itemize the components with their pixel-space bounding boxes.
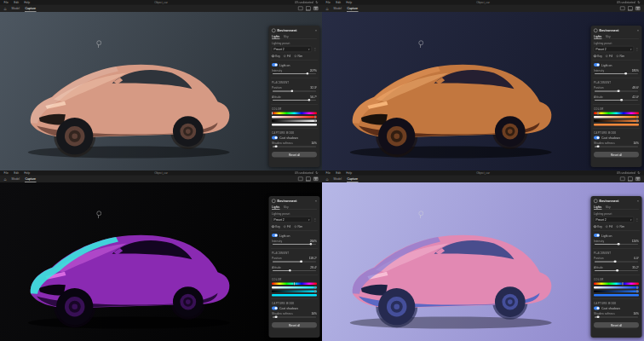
radio-fill[interactable]: Fill [606,55,612,58]
light-on-toggle[interactable] [272,63,278,66]
sync-icon[interactable]: ↻ [315,1,318,5]
altitude-slider[interactable] [273,269,316,273]
hue-slider[interactable] [594,282,639,285]
close-icon[interactable]: × [637,29,639,33]
radio-key[interactable]: Key [594,225,602,228]
home-icon[interactable]: ⌂ [326,176,329,182]
tab-sky[interactable]: Sky [606,35,611,39]
home-icon[interactable]: ⌂ [4,176,7,182]
close-icon[interactable]: × [315,29,317,33]
preset-menu-button[interactable]: ⋮ [635,217,640,222]
tab-capture[interactable]: Capture [25,5,36,11]
grid-view-icon[interactable] [313,7,319,11]
car-model[interactable] [329,195,589,339]
menu-file[interactable]: File [4,171,9,175]
preset-select[interactable]: Preset 2 ▾ [272,46,312,52]
home-icon[interactable]: ⌂ [4,6,7,11]
tab-model[interactable]: Model [11,176,20,182]
saturation-slider[interactable] [594,286,639,289]
shadow-softness-slider[interactable] [273,145,316,148]
viewport-3d[interactable]: Environment × Lights Sky Lighting preset… [322,12,644,170]
tab-sky[interactable]: Sky [606,205,611,210]
screenshot-icon[interactable] [298,7,303,11]
position-slider[interactable] [273,90,316,93]
intensity-slider[interactable] [273,72,316,76]
saturation-slider[interactable] [272,116,317,118]
sync-icon[interactable]: ↻ [315,171,318,176]
preset-select[interactable]: Preset 2 ▾ [594,46,634,52]
radio-fill[interactable]: Fill [284,55,290,58]
sync-icon[interactable]: ↻ [637,1,640,5]
viewport-3d[interactable]: Environment × Lights Sky Lighting preset… [322,182,644,341]
hue-slider[interactable] [272,112,317,114]
light-on-toggle[interactable] [594,234,600,237]
viewport-3d[interactable]: Environment × Lights Sky Lighting preset… [0,12,322,170]
altitude-slider[interactable] [595,269,638,273]
preset-menu-button[interactable]: ⋮ [635,47,640,51]
menu-edit[interactable]: Edit [336,1,341,4]
shadow-softness-slider[interactable] [595,315,638,319]
radio-fill[interactable]: Fill [606,225,612,228]
saturation-slider[interactable] [594,116,639,118]
menu-help[interactable]: Help [24,171,30,175]
car-model[interactable] [7,195,267,339]
tab-capture[interactable]: Capture [25,176,36,182]
shadow-softness-slider[interactable] [273,315,316,319]
cast-shadows-toggle[interactable] [594,136,600,140]
preset-menu-button[interactable]: ⋮ [313,47,318,51]
value-slider[interactable] [272,119,317,122]
position-slider[interactable] [595,260,638,263]
tab-lights[interactable]: Lights [594,35,601,40]
reset-all-button[interactable]: Reset all [594,322,639,328]
sync-icon[interactable]: ↻ [637,171,640,176]
value-slider[interactable] [272,290,317,292]
close-icon[interactable]: × [637,199,639,204]
tab-model[interactable]: Model [333,6,342,12]
display-icon[interactable] [628,6,633,10]
tab-sky[interactable]: Sky [284,35,289,39]
viewport-3d[interactable]: Environment × Lights Sky Lighting preset… [0,182,322,341]
car-model[interactable] [7,25,267,169]
car-model[interactable] [329,25,589,169]
tab-model[interactable]: Model [11,6,20,12]
light-on-toggle[interactable] [594,63,600,66]
altitude-slider[interactable] [595,99,638,102]
radio-rim[interactable]: Rim [294,225,302,228]
preset-menu-button[interactable]: ⋮ [313,217,318,222]
intensity-slider[interactable] [595,243,638,246]
tab-model[interactable]: Model [333,176,342,182]
menu-file[interactable]: File [326,171,331,175]
value-slider[interactable] [594,119,639,122]
altitude-slider[interactable] [273,99,316,102]
screenshot-icon[interactable] [298,177,303,182]
cast-shadows-toggle[interactable] [272,136,278,140]
position-slider[interactable] [273,260,316,263]
tab-lights[interactable]: Lights [594,205,601,211]
menu-help[interactable]: Help [346,1,352,4]
tab-capture[interactable]: Capture [347,5,358,11]
tab-lights[interactable]: Lights [272,35,279,40]
reset-all-button[interactable]: Reset all [594,152,639,158]
radio-rim[interactable]: Rim [294,55,302,58]
menu-file[interactable]: File [4,1,9,4]
reset-all-button[interactable]: Reset all [272,152,317,158]
radio-rim[interactable]: Rim [616,55,624,58]
hue-slider[interactable] [594,112,639,114]
menu-file[interactable]: File [326,1,331,4]
home-icon[interactable]: ⌂ [326,6,329,11]
intensity-slider[interactable] [595,72,638,76]
intensity-slider[interactable] [273,243,316,246]
grid-view-icon[interactable] [635,7,641,11]
saturation-slider[interactable] [272,286,317,289]
reset-all-button[interactable]: Reset all [272,322,317,328]
position-slider[interactable] [595,90,638,93]
value-slider[interactable] [594,290,639,292]
screenshot-icon[interactable] [620,7,625,11]
cast-shadows-toggle[interactable] [272,307,278,310]
radio-key[interactable]: Key [272,55,280,58]
radio-fill[interactable]: Fill [284,225,290,228]
preset-select[interactable]: Preset 2 ▾ [594,217,634,223]
close-icon[interactable]: × [315,199,317,204]
menu-edit[interactable]: Edit [14,1,19,4]
radio-key[interactable]: Key [594,55,602,58]
